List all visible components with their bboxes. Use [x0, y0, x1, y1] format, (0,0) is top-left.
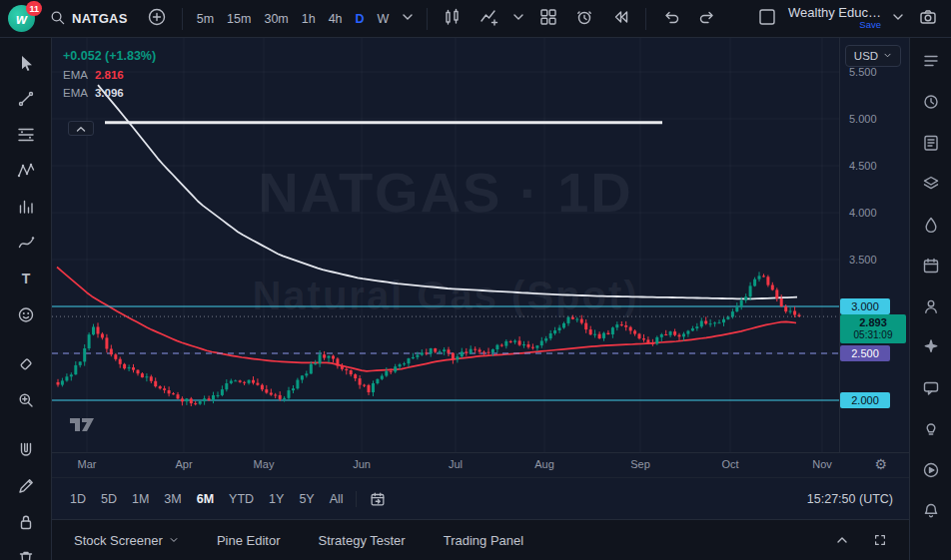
range-5y[interactable]: 5Y [299, 492, 314, 506]
interval-switcher: 5m15m30m1h4hDW [197, 12, 390, 26]
tab-stock-screener[interactable]: Stock Screener [74, 533, 179, 548]
interval-15m[interactable]: 15m [227, 12, 251, 26]
sparkle-icon[interactable] [919, 337, 943, 359]
symbol-name: NATGAS [72, 11, 128, 26]
last-price: 2.893 [859, 316, 887, 329]
interval-4h[interactable]: 4h [329, 12, 343, 26]
fib-retracement-tool[interactable] [9, 122, 43, 150]
layout-name[interactable]: Wealthy Educ… Save [788, 6, 881, 31]
month-label: Sep [623, 458, 657, 470]
bottom-status-bar: Stock Screener Pine Editor Strategy Test… [52, 519, 909, 560]
replay-button[interactable] [605, 5, 635, 33]
layout-grid-button[interactable] [533, 5, 563, 33]
ema-fast-row[interactable]: EMA 2.816 [63, 69, 156, 81]
month-label: Apr [167, 458, 201, 470]
interval-chevron-icon[interactable] [399, 5, 417, 33]
chart-type-button[interactable] [438, 5, 468, 33]
time-axis[interactable]: MarAprMayJunJulAugSepOctNov ⚙ [52, 452, 909, 477]
month-label: Aug [527, 458, 561, 470]
layout-square-icon[interactable] [752, 5, 782, 33]
symbol-search[interactable]: NATGAS [41, 5, 136, 33]
save-button[interactable]: Save [859, 20, 881, 30]
profile-icon[interactable] [919, 296, 943, 318]
text-tool[interactable]: T [9, 266, 43, 293]
price-change: +0.052 (+1.83%) [63, 49, 156, 63]
tab-strategy-tester[interactable]: Strategy Tester [318, 533, 405, 548]
xabcd-pattern-tool[interactable] [9, 158, 43, 186]
streams-icon[interactable] [919, 460, 943, 482]
collapse-legend-button[interactable] [68, 121, 94, 136]
level-badge-2000: 2.000 [840, 392, 890, 408]
month-label: Jun [345, 458, 379, 470]
ideas-icon[interactable] [919, 419, 943, 441]
collapse-panel-icon[interactable] [835, 533, 849, 547]
hotlists-icon[interactable] [919, 215, 943, 237]
range-3m[interactable]: 3M [164, 492, 181, 506]
alerts-icon[interactable] [919, 92, 943, 114]
layers-icon[interactable] [919, 174, 943, 196]
price-tick: 4.000 [849, 207, 877, 219]
trend-line-tool[interactable] [9, 86, 43, 114]
magnet-tool[interactable] [9, 437, 43, 465]
notifications-icon[interactable] [919, 501, 943, 523]
interval-30m[interactable]: 30m [264, 12, 288, 26]
cursor-tool[interactable] [9, 50, 43, 78]
redo-button[interactable] [692, 5, 722, 33]
eraser-tool[interactable] [9, 351, 43, 379]
range-switcher: 1D5D1M3M6MYTD1Y5YAll [70, 492, 344, 506]
zoom-tool[interactable] [9, 387, 43, 415]
notification-badge: 11 [26, 1, 42, 16]
trash-tool[interactable] [9, 545, 43, 560]
lock-tool[interactable] [9, 509, 43, 537]
divider [182, 8, 183, 30]
month-label: May [247, 458, 281, 470]
interval-5m[interactable]: 5m [197, 12, 214, 26]
calendar-icon[interactable] [919, 256, 943, 278]
indicators-chevron-icon[interactable] [509, 5, 527, 33]
month-label: Nov [805, 458, 839, 470]
range-ytd[interactable]: YTD [229, 492, 254, 506]
range-6m[interactable]: 6M [197, 492, 214, 506]
tradingview-logo [68, 413, 98, 438]
chevron-down-icon [883, 50, 892, 62]
indicators-button[interactable] [474, 5, 503, 33]
drawing-toolbar: T [0, 38, 52, 560]
price-pane[interactable]: NATGAS · 1D Natural Gas (Spot) +0.052 (+… [52, 38, 909, 452]
range-1y[interactable]: 1Y [269, 492, 284, 506]
bars-pattern-tool[interactable] [9, 194, 43, 222]
currency-selector[interactable]: USD [845, 45, 901, 67]
interval-d[interactable]: D [356, 12, 365, 26]
app-logo[interactable]: w 11 [8, 5, 35, 32]
range-1d[interactable]: 1D [70, 492, 86, 506]
month-label: Oct [713, 458, 747, 470]
range-all[interactable]: All [330, 492, 344, 506]
divider [427, 8, 428, 30]
chat-icon[interactable] [919, 378, 943, 400]
tab-trading-panel[interactable]: Trading Panel [444, 533, 523, 548]
range-1m[interactable]: 1M [132, 492, 149, 506]
interval-w[interactable]: W [378, 12, 390, 26]
maximize-panel-icon[interactable] [873, 533, 887, 547]
brush-tool[interactable] [9, 230, 43, 258]
news-icon[interactable] [919, 133, 943, 155]
legend: +0.052 (+1.83%) EMA 2.816 EMA 3.096 [63, 49, 156, 99]
ema-slow-row[interactable]: EMA 3.096 [63, 87, 156, 99]
layout-chevron-icon[interactable] [889, 5, 907, 33]
pencil-tool[interactable] [9, 473, 43, 501]
server-clock[interactable]: 15:27:50 (UTC) [807, 492, 895, 506]
alert-button[interactable] [569, 5, 599, 33]
emoji-tool[interactable] [9, 301, 43, 329]
tab-pine-editor[interactable]: Pine Editor [217, 533, 281, 548]
interval-1h[interactable]: 1h [302, 12, 316, 26]
price-tick: 4.500 [849, 160, 877, 172]
go-to-date-button[interactable] [369, 490, 387, 508]
watchlist-icon[interactable] [919, 51, 943, 73]
undo-button[interactable] [656, 5, 686, 33]
timezone-gear-icon[interactable]: ⚙ [874, 456, 887, 472]
candlestick-chart[interactable] [52, 38, 839, 452]
camera-button[interactable] [913, 5, 943, 33]
range-5d[interactable]: 5D [101, 492, 117, 506]
add-symbol-button[interactable] [142, 5, 172, 33]
price-axis[interactable]: USD 3.000 2.893 05:31:09 2.500 2.000 5.5… [839, 38, 909, 452]
top-toolbar: w 11 NATGAS 5m15m30m1h4hDW Wealthy Educ…… [0, 0, 951, 38]
